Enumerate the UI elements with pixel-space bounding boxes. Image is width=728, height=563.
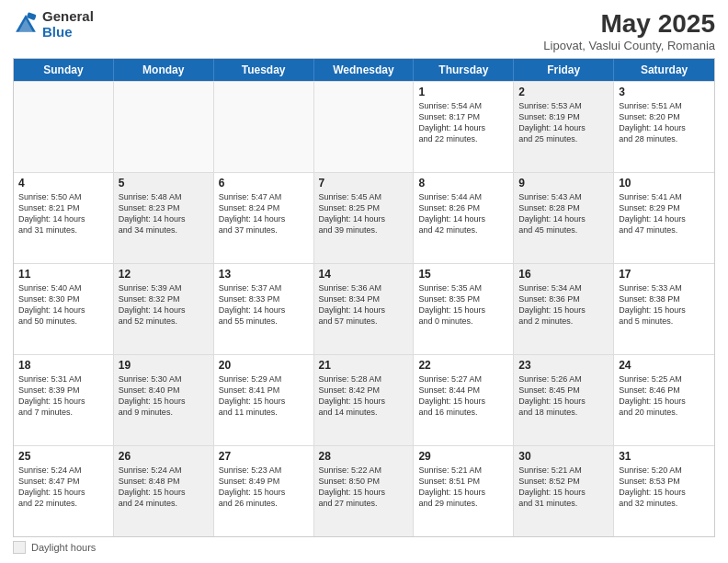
calendar-cell-3: 3Sunrise: 5:51 AM Sunset: 8:20 PM Daylig… <box>614 82 714 172</box>
cell-text: Sunrise: 5:33 AM Sunset: 8:38 PM Dayligh… <box>619 282 710 327</box>
cell-text: Sunrise: 5:22 AM Sunset: 8:50 PM Dayligh… <box>319 465 409 510</box>
day-number: 5 <box>119 177 209 190</box>
cell-text: Sunrise: 5:37 AM Sunset: 8:33 PM Dayligh… <box>219 282 309 327</box>
calendar-cell-empty <box>214 82 314 172</box>
calendar-header: SundayMondayTuesdayWednesdayThursdayFrid… <box>14 59 714 81</box>
day-number: 11 <box>18 268 108 281</box>
cell-text: Sunrise: 5:51 AM Sunset: 8:20 PM Dayligh… <box>619 100 710 145</box>
day-number: 30 <box>518 450 609 463</box>
cell-text: Sunrise: 5:36 AM Sunset: 8:34 PM Dayligh… <box>319 282 409 327</box>
cell-text: Sunrise: 5:24 AM Sunset: 8:47 PM Dayligh… <box>18 465 108 510</box>
cell-text: Sunrise: 5:40 AM Sunset: 8:30 PM Dayligh… <box>18 282 108 327</box>
calendar-cell-6: 6Sunrise: 5:47 AM Sunset: 8:24 PM Daylig… <box>214 173 314 263</box>
cell-text: Sunrise: 5:45 AM Sunset: 8:25 PM Dayligh… <box>319 191 409 236</box>
cell-text: Sunrise: 5:34 AM Sunset: 8:36 PM Dayligh… <box>518 282 609 327</box>
calendar-cell-14: 14Sunrise: 5:36 AM Sunset: 8:34 PM Dayli… <box>314 264 415 354</box>
calendar-cell-2: 2Sunrise: 5:53 AM Sunset: 8:19 PM Daylig… <box>514 82 614 172</box>
day-number: 27 <box>219 450 309 463</box>
cell-text: Sunrise: 5:21 AM Sunset: 8:52 PM Dayligh… <box>518 465 609 510</box>
cell-text: Sunrise: 5:50 AM Sunset: 8:21 PM Dayligh… <box>18 191 108 236</box>
logo: General Blue <box>13 9 94 40</box>
cell-text: Sunrise: 5:30 AM Sunset: 8:40 PM Dayligh… <box>119 373 209 419</box>
day-number: 2 <box>518 86 609 98</box>
calendar-cell-13: 13Sunrise: 5:37 AM Sunset: 8:33 PM Dayli… <box>214 264 314 354</box>
cell-text: Sunrise: 5:24 AM Sunset: 8:48 PM Dayligh… <box>119 465 209 510</box>
title-block: May 2025 Lipovat, Vaslui County, Romania <box>543 9 715 52</box>
logo-icon <box>13 12 39 38</box>
calendar-cell-31: 31Sunrise: 5:20 AM Sunset: 8:53 PM Dayli… <box>614 446 714 536</box>
calendar-cell-28: 28Sunrise: 5:22 AM Sunset: 8:50 PM Dayli… <box>314 446 415 536</box>
calendar-cell-10: 10Sunrise: 5:41 AM Sunset: 8:29 PM Dayli… <box>614 173 714 263</box>
cell-text: Sunrise: 5:44 AM Sunset: 8:26 PM Dayligh… <box>418 191 508 236</box>
day-number: 12 <box>119 268 209 281</box>
calendar-row-3: 11Sunrise: 5:40 AM Sunset: 8:30 PM Dayli… <box>14 263 714 354</box>
day-number: 18 <box>18 359 108 372</box>
logo-general: General <box>42 9 94 25</box>
day-header-sunday: Sunday <box>14 59 114 81</box>
day-number: 9 <box>518 177 609 190</box>
day-number: 26 <box>119 450 209 463</box>
day-header-thursday: Thursday <box>414 59 514 81</box>
day-number: 31 <box>619 450 710 463</box>
cell-text: Sunrise: 5:43 AM Sunset: 8:28 PM Dayligh… <box>518 191 609 236</box>
calendar-cell-7: 7Sunrise: 5:45 AM Sunset: 8:25 PM Daylig… <box>314 173 415 263</box>
cell-text: Sunrise: 5:21 AM Sunset: 8:51 PM Dayligh… <box>418 465 508 510</box>
cell-text: Sunrise: 5:53 AM Sunset: 8:19 PM Dayligh… <box>518 100 609 145</box>
calendar-cell-17: 17Sunrise: 5:33 AM Sunset: 8:38 PM Dayli… <box>614 264 714 354</box>
day-number: 7 <box>319 177 409 190</box>
calendar-cell-12: 12Sunrise: 5:39 AM Sunset: 8:32 PM Dayli… <box>114 264 214 354</box>
day-number: 29 <box>418 450 508 463</box>
calendar-cell-23: 23Sunrise: 5:26 AM Sunset: 8:45 PM Dayli… <box>514 355 614 445</box>
day-number: 1 <box>418 86 508 98</box>
day-number: 13 <box>219 268 309 281</box>
cell-text: Sunrise: 5:25 AM Sunset: 8:46 PM Dayligh… <box>619 373 710 419</box>
day-number: 19 <box>119 359 209 372</box>
month-title: May 2025 <box>543 9 715 39</box>
cell-text: Sunrise: 5:41 AM Sunset: 8:29 PM Dayligh… <box>619 191 710 236</box>
cell-text: Sunrise: 5:35 AM Sunset: 8:35 PM Dayligh… <box>418 282 508 327</box>
day-number: 14 <box>319 268 409 281</box>
day-number: 15 <box>418 268 508 281</box>
day-number: 22 <box>418 359 508 372</box>
calendar-cell-empty <box>114 82 214 172</box>
footnote: Daylight hours <box>13 537 715 554</box>
day-number: 24 <box>619 359 710 372</box>
day-number: 21 <box>319 359 409 372</box>
cell-text: Sunrise: 5:28 AM Sunset: 8:42 PM Dayligh… <box>319 373 409 419</box>
day-number: 25 <box>18 450 108 463</box>
location: Lipovat, Vaslui County, Romania <box>543 39 715 52</box>
calendar-row-4: 18Sunrise: 5:31 AM Sunset: 8:39 PM Dayli… <box>14 354 714 445</box>
calendar-cell-18: 18Sunrise: 5:31 AM Sunset: 8:39 PM Dayli… <box>14 355 114 445</box>
calendar-cell-19: 19Sunrise: 5:30 AM Sunset: 8:40 PM Dayli… <box>114 355 214 445</box>
calendar-row-1: 1Sunrise: 5:54 AM Sunset: 8:17 PM Daylig… <box>14 81 714 172</box>
calendar-cell-29: 29Sunrise: 5:21 AM Sunset: 8:51 PM Dayli… <box>414 446 514 536</box>
calendar-cell-20: 20Sunrise: 5:29 AM Sunset: 8:41 PM Dayli… <box>214 355 314 445</box>
day-header-monday: Monday <box>114 59 214 81</box>
cell-text: Sunrise: 5:23 AM Sunset: 8:49 PM Dayligh… <box>219 465 309 510</box>
cell-text: Sunrise: 5:47 AM Sunset: 8:24 PM Dayligh… <box>219 191 309 236</box>
calendar-cell-16: 16Sunrise: 5:34 AM Sunset: 8:36 PM Dayli… <box>514 264 614 354</box>
day-number: 6 <box>219 177 309 190</box>
cell-text: Sunrise: 5:54 AM Sunset: 8:17 PM Dayligh… <box>418 100 508 145</box>
calendar-cell-8: 8Sunrise: 5:44 AM Sunset: 8:26 PM Daylig… <box>414 173 514 263</box>
calendar-cell-4: 4Sunrise: 5:50 AM Sunset: 8:21 PM Daylig… <box>14 173 114 263</box>
logo-text: General Blue <box>42 9 94 40</box>
day-header-wednesday: Wednesday <box>314 59 415 81</box>
calendar-cell-22: 22Sunrise: 5:27 AM Sunset: 8:44 PM Dayli… <box>414 355 514 445</box>
cell-text: Sunrise: 5:48 AM Sunset: 8:23 PM Dayligh… <box>119 191 209 236</box>
day-number: 23 <box>518 359 609 372</box>
calendar-cell-21: 21Sunrise: 5:28 AM Sunset: 8:42 PM Dayli… <box>314 355 415 445</box>
page: General Blue May 2025 Lipovat, Vaslui Co… <box>0 0 728 563</box>
header: General Blue May 2025 Lipovat, Vaslui Co… <box>13 9 715 52</box>
cell-text: Sunrise: 5:20 AM Sunset: 8:53 PM Dayligh… <box>619 465 710 510</box>
day-number: 4 <box>18 177 108 190</box>
calendar-cell-26: 26Sunrise: 5:24 AM Sunset: 8:48 PM Dayli… <box>114 446 214 536</box>
calendar-cell-1: 1Sunrise: 5:54 AM Sunset: 8:17 PM Daylig… <box>414 82 514 172</box>
cell-text: Sunrise: 5:26 AM Sunset: 8:45 PM Dayligh… <box>518 373 609 419</box>
calendar-row-5: 25Sunrise: 5:24 AM Sunset: 8:47 PM Dayli… <box>14 445 714 536</box>
calendar-cell-15: 15Sunrise: 5:35 AM Sunset: 8:35 PM Dayli… <box>414 264 514 354</box>
calendar-cell-25: 25Sunrise: 5:24 AM Sunset: 8:47 PM Dayli… <box>14 446 114 536</box>
day-number: 8 <box>418 177 508 190</box>
day-header-saturday: Saturday <box>614 59 714 81</box>
day-number: 20 <box>219 359 309 372</box>
